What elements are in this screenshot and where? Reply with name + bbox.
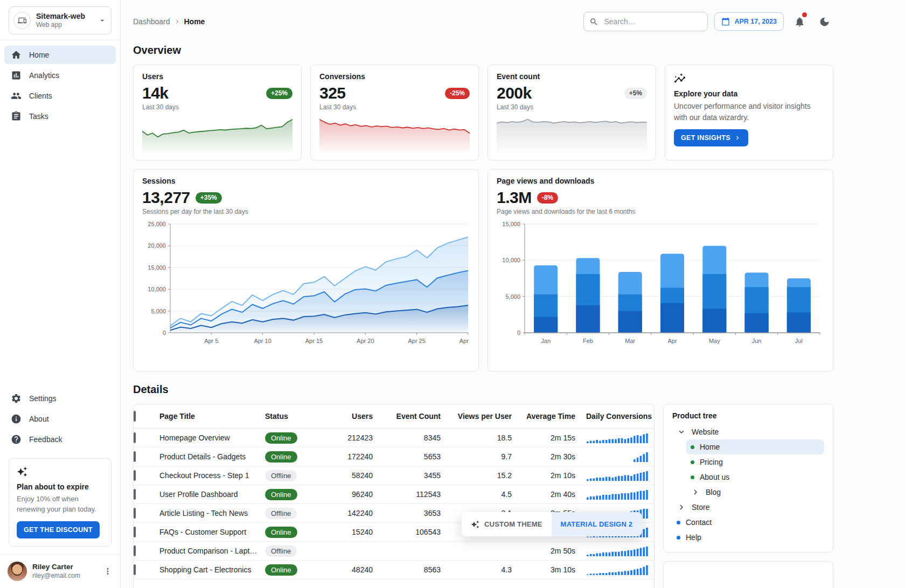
select-all-checkbox[interactable] [134,411,136,422]
chevron-right-icon [734,134,741,142]
notifications-button[interactable] [790,12,809,31]
sparkle-icon [17,466,103,477]
date-picker-button[interactable]: APR 17, 2023 [714,12,784,31]
row-checkbox[interactable] [134,545,136,556]
row-checkbox[interactable] [134,489,136,500]
insights-icon [674,73,686,85]
sidebar-item-tasks[interactable]: Tasks [4,107,116,125]
daily-conversions-sparkline [586,432,654,443]
svg-text:0: 0 [163,330,166,336]
tree-item-pricing[interactable]: Pricing [686,454,824,470]
material-design-2-button[interactable]: MATERIAL DESIGN 2 [552,512,642,536]
status-badge: Online [265,489,297,500]
info-icon [11,414,22,424]
sidebar-item-analytics[interactable]: Analytics [4,66,116,85]
column-header[interactable]: Status [263,412,326,421]
sidebar-item-label: Clients [29,92,52,100]
value-cell: 172240 [326,452,384,461]
svg-text:Apr: Apr [667,338,677,344]
pageviews-value: 1.3M [497,188,532,207]
search-input[interactable] [603,17,702,26]
stat-card-title: Conversions [319,72,470,81]
material-design-2-label: MATERIAL DESIGN 2 [561,520,633,528]
value-cell: 48240 [326,565,384,574]
dark-mode-toggle[interactable] [815,12,833,31]
sidebar-item-clients[interactable]: Clients [4,87,116,105]
value-cell: 18.5 [451,433,523,442]
table-row: User Profile DashboardOnline962401125434… [134,485,654,504]
pageviews-chip: -8% [537,192,558,204]
page-title-cell: Article Listing - Tech News [157,509,263,517]
get-insights-button[interactable]: GET INSIGHTS [674,129,748,146]
row-checkbox[interactable] [134,527,136,537]
sparkline-chart [497,116,647,153]
user-name: Riley Carter [32,563,80,572]
workspace-selector[interactable]: Sitemark-web Web app [9,6,112,34]
green-dot-icon [691,475,694,479]
column-header[interactable]: Users [326,412,384,421]
tree-item-blog[interactable]: Blog [686,485,824,500]
app-type: Web app [36,21,85,29]
svg-text:0: 0 [517,330,520,336]
svg-text:5,000: 5,000 [151,308,166,314]
tree-item-help[interactable]: Help [672,530,824,545]
clients-icon [11,90,22,101]
svg-text:10,000: 10,000 [502,257,520,263]
expand-more-icon [677,427,686,437]
tree-item-store[interactable]: Store [672,500,824,515]
value-cell: 2m 40s [523,490,586,499]
row-checkbox[interactable] [134,451,136,462]
get-insights-label: GET INSIGHTS [681,134,730,142]
custom-theme-button[interactable]: CUSTOM THEME [462,512,552,536]
sidebar-item-about[interactable]: About [4,410,116,428]
row-checkbox[interactable] [134,432,136,443]
svg-text:Jul: Jul [795,338,803,344]
product-tree-card: Product tree WebsiteHomePricingAbout usB… [663,404,833,552]
tree-item-label: Blog [706,488,721,496]
column-header[interactable]: Event Count [384,412,451,421]
value-cell: 2m 50s [523,547,586,555]
status-badge: Online [265,432,297,444]
value-cell: 15240 [326,528,384,536]
sidebar-item-label: About [29,415,49,423]
breadcrumb-dashboard[interactable]: Dashboard [133,17,170,26]
status-badge: Online [265,564,297,576]
tree-item-contact[interactable]: Contact [672,515,824,530]
table-body: Homepage OverviewOnline212423834518.52m … [134,429,654,579]
column-header[interactable]: Page Title [157,412,263,421]
tree-item-about-us[interactable]: About us [686,470,824,485]
table-row: Product Comparison - Lapt…Offline2m 50s [134,542,654,561]
value-cell: 8345 [384,433,451,442]
spacer [0,125,120,384]
plan-card-title: Plan about to expire [17,482,103,491]
column-header[interactable]: Average Time [523,412,586,421]
column-header[interactable]: Daily Conversions [586,412,654,421]
sessions-subtitle: Sessions per day for the last 30 days [142,208,470,215]
get-discount-button[interactable]: GET THE DISCOUNT [17,521,100,538]
value-cell: 212423 [326,433,384,442]
tree-item-website[interactable]: Website [672,424,824,439]
page-title-cell: Product Details - Gadgets [157,452,263,461]
sidebar-item-settings[interactable]: Settings [4,389,116,408]
column-header[interactable]: Views per User [451,412,523,421]
row-checkbox[interactable] [134,508,136,519]
sidebar-item-feedback[interactable]: Feedback [4,430,116,449]
stat-cards-row: Users 14k +25% Last 30 days Conversions … [133,65,833,160]
status-badge: Offline [265,470,297,481]
row-checkbox[interactable] [134,470,136,481]
help-icon [11,434,22,445]
more-options-icon[interactable] [103,566,113,576]
sidebar: Sitemark-web Web app HomeAnalyticsClient… [0,0,121,588]
row-checkbox[interactable] [134,564,136,575]
value-cell: 2m 30s [523,452,586,461]
table-header-row: Page TitleStatusUsersEvent CountViews pe… [134,404,654,429]
page-title-cell: Product Comparison - Lapt… [157,547,263,555]
sidebar-item-home[interactable]: Home [4,46,116,64]
daily-conversions-sparkline [586,545,654,556]
tree-item-home[interactable]: Home [686,439,824,454]
pageviews-bar-chart: 05,00010,00015,000JanFebMarAprMayJunJul [497,219,824,364]
sparkline-chart [142,116,293,153]
overview-title: Overview [133,44,833,57]
charts-row: Sessions 13,277 +35% Sessions per day fo… [133,169,833,372]
chevron-right-icon [173,18,181,25]
